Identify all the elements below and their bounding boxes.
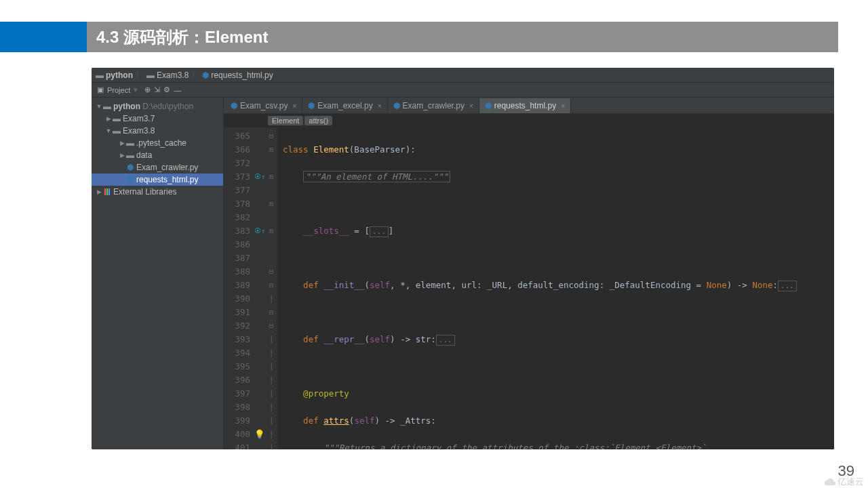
marker-column: ⦿↑ ⦿↑ 💡: [254, 127, 265, 449]
cloud-icon: [824, 476, 836, 488]
watermark: 亿速云: [824, 476, 864, 488]
tree-folder[interactable]: ▶▬Exam3.7: [92, 113, 223, 125]
tab[interactable]: ⬢Exam_crawler.py×: [388, 98, 479, 113]
gear-icon[interactable]: ⚙: [163, 85, 170, 94]
project-icon: ▣: [97, 85, 104, 94]
fold-column[interactable]: ⊟⊞ ⊞ ⊞ ⊞ ⊟⊟│⊟⊟││││││││││: [265, 127, 277, 449]
close-icon[interactable]: ×: [561, 102, 565, 110]
editor-breadcrumbs: Element attrs(): [224, 114, 834, 127]
crumb[interactable]: attrs(): [304, 116, 332, 125]
tree-libs[interactable]: ▶External Libraries: [92, 186, 223, 198]
nav-root[interactable]: ▬python: [96, 70, 133, 80]
project-panel-header[interactable]: ▣ Project ▾ ⊕ ⇲ ⚙ —: [92, 85, 186, 94]
accent-bar: [0, 22, 87, 52]
tree-file[interactable]: ⬢Exam_crawler.py: [92, 161, 223, 174]
line-numbers: 3653663723733773783823833863873883893903…: [224, 127, 254, 449]
editor-tabs: ⬢Exam_csv.py× ⬢Exam_excel.py× ⬢Exam_craw…: [224, 98, 834, 114]
tree-root[interactable]: ▼▬python D:\edu\python: [92, 100, 223, 113]
override-icon[interactable]: ⦿↑: [254, 170, 265, 184]
tree-folder[interactable]: ▶▬.pytest_cache: [92, 137, 223, 149]
code-content[interactable]: class Element(BaseParser): """An element…: [277, 127, 834, 449]
close-icon[interactable]: ×: [378, 102, 382, 110]
tab[interactable]: ⬢Exam_csv.py×: [225, 98, 302, 113]
slide-title: 4.3 源码剖析：Element: [87, 22, 838, 52]
tree-folder[interactable]: ▼▬Exam3.8: [92, 125, 223, 137]
breadcrumb-nav: ▬python 〉 ▬Exam3.8 〉 ⬢requests_html.py: [92, 68, 834, 83]
lightbulb-icon[interactable]: 💡: [254, 428, 265, 441]
dropdown-icon: ▾: [134, 85, 138, 94]
tool-row: ▣ Project ▾ ⊕ ⇲ ⚙ —: [92, 83, 834, 98]
crumb[interactable]: Element: [268, 116, 303, 125]
nav-file[interactable]: ⬢requests_html.py: [202, 70, 273, 80]
tab[interactable]: ⬢Exam_excel.py×: [302, 98, 387, 113]
collapse-icon[interactable]: ⊕: [144, 85, 151, 94]
tab-active[interactable]: ⬢requests_html.py×: [479, 98, 571, 113]
tree-folder[interactable]: ▶▬data: [92, 149, 223, 161]
override-icon[interactable]: ⦿↑: [254, 224, 265, 238]
close-icon[interactable]: ×: [292, 102, 296, 110]
project-tree[interactable]: ▼▬python D:\edu\python ▶▬Exam3.7 ▼▬Exam3…: [92, 98, 224, 449]
editor: ⬢Exam_csv.py× ⬢Exam_excel.py× ⬢Exam_craw…: [224, 98, 834, 449]
ide-window: ▬python 〉 ▬Exam3.8 〉 ⬢requests_html.py ▣…: [92, 68, 834, 449]
tree-file-selected[interactable]: ⬢requests_html.py: [92, 174, 223, 186]
nav-folder[interactable]: ▬Exam3.8: [146, 70, 189, 80]
code-area[interactable]: 3653663723733773783823833863873883893903…: [224, 127, 834, 449]
settings-icon[interactable]: ⇲: [154, 85, 160, 94]
hide-icon[interactable]: —: [174, 86, 181, 94]
close-icon[interactable]: ×: [469, 102, 473, 110]
